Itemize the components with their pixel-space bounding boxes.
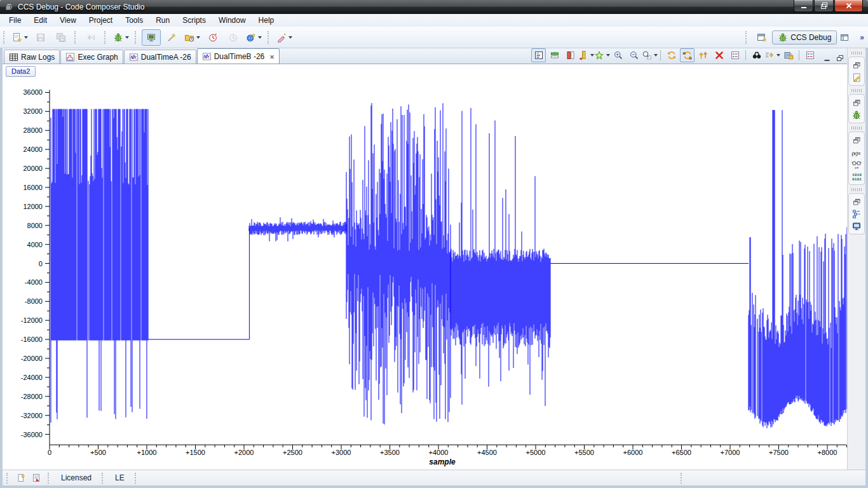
menu-window[interactable]: Window bbox=[212, 15, 252, 26]
profile-clock-setup-button[interactable] bbox=[224, 29, 243, 46]
zoom-region-button[interactable] bbox=[642, 48, 657, 62]
freeze-chart-button[interactable] bbox=[781, 48, 796, 62]
menu-project[interactable]: Project bbox=[83, 15, 119, 26]
status-new-button[interactable] bbox=[15, 472, 27, 484]
cpp-perspective-button[interactable] bbox=[837, 29, 857, 46]
plot-area[interactable]: 3600032000280002400020000160001200080004… bbox=[3, 78, 848, 470]
menu-scripts[interactable]: Scripts bbox=[176, 15, 212, 26]
zoom-in-button[interactable] bbox=[611, 48, 625, 62]
minimize-button[interactable] bbox=[794, 0, 813, 12]
toolbar-handle[interactable] bbox=[268, 31, 271, 44]
statusbar-handle[interactable] bbox=[681, 473, 684, 484]
open-browser-button[interactable] bbox=[244, 29, 264, 46]
refresh-up-icon bbox=[698, 50, 709, 60]
minimize-view-button[interactable] bbox=[822, 53, 833, 64]
load-program-button[interactable] bbox=[182, 29, 202, 46]
new-button[interactable] bbox=[10, 29, 30, 46]
dropdown-arrow-icon[interactable] bbox=[776, 54, 780, 57]
search-button[interactable] bbox=[749, 48, 764, 62]
refresh-button[interactable] bbox=[664, 48, 679, 62]
restore-views-button[interactable] bbox=[850, 59, 863, 71]
close-button[interactable] bbox=[834, 0, 863, 12]
toolbar-handle[interactable] bbox=[74, 31, 78, 44]
tab-exec-graph[interactable]: Exec Graph bbox=[60, 50, 123, 64]
fastview-handle[interactable] bbox=[851, 188, 862, 191]
statusbar-handle[interactable] bbox=[48, 473, 51, 484]
restore-view-icon bbox=[835, 53, 845, 64]
save-button[interactable] bbox=[31, 29, 50, 46]
dropdown-arrow-icon[interactable] bbox=[125, 36, 129, 39]
outline-view-button[interactable] bbox=[850, 208, 863, 220]
dropdown-arrow-icon[interactable] bbox=[24, 36, 28, 39]
toolbar-handle[interactable] bbox=[135, 31, 138, 44]
close-tab-icon[interactable] bbox=[269, 52, 275, 61]
restore-button[interactable] bbox=[814, 0, 834, 12]
expressions-view-button[interactable]: x= bbox=[850, 158, 863, 170]
connect-target-button[interactable] bbox=[142, 29, 161, 46]
statusbar-handle[interactable] bbox=[6, 473, 10, 484]
x-axis-label: +1000 bbox=[137, 449, 157, 456]
dropdown-arrow-icon[interactable] bbox=[654, 54, 658, 57]
zoom-out-button[interactable] bbox=[627, 48, 641, 62]
variables-view-button[interactable]: (x)= bbox=[850, 146, 863, 158]
hold-refresh-button[interactable]: HH bbox=[680, 48, 695, 62]
measurement-marker-button[interactable] bbox=[579, 48, 593, 62]
restore-misc-views-button[interactable] bbox=[850, 196, 863, 208]
horizontal-auto-scale-button[interactable] bbox=[547, 48, 562, 62]
fastview-handle[interactable] bbox=[851, 126, 862, 130]
restore-view-button[interactable] bbox=[834, 53, 846, 64]
restore-view-icon bbox=[851, 98, 862, 108]
menu-tools[interactable]: Tools bbox=[119, 15, 149, 26]
status-clipboard-button[interactable] bbox=[30, 472, 43, 484]
restore-debug-view-button[interactable] bbox=[850, 97, 863, 109]
menu-run[interactable]: Run bbox=[149, 15, 176, 26]
highlight-source-button[interactable] bbox=[275, 29, 294, 46]
restore-data-views-button[interactable] bbox=[850, 134, 863, 146]
console-view-button[interactable] bbox=[850, 71, 863, 83]
reset-view-button[interactable] bbox=[696, 48, 710, 62]
skip-all-breakpoints-button[interactable] bbox=[81, 29, 100, 46]
export-data-button[interactable] bbox=[765, 48, 780, 62]
clear-data-button[interactable] bbox=[712, 48, 726, 62]
dropdown-arrow-icon[interactable] bbox=[258, 36, 262, 39]
menu-file[interactable]: File bbox=[3, 15, 27, 26]
titlebar[interactable]: CCS Debug - Code Composer Studio bbox=[0, 0, 868, 14]
menu-view[interactable]: View bbox=[53, 15, 83, 26]
target-display-view-button[interactable] bbox=[850, 220, 863, 232]
toolbar-handle[interactable] bbox=[104, 31, 107, 44]
display-properties-button[interactable] bbox=[728, 48, 742, 62]
statusbar-handle[interactable] bbox=[102, 473, 105, 484]
fastview-handle[interactable] bbox=[851, 51, 862, 55]
save-all-button[interactable] bbox=[51, 29, 71, 46]
x-axis-label: +2000 bbox=[234, 449, 254, 456]
toolbar-handle[interactable] bbox=[3, 31, 6, 44]
add-channel-button[interactable] bbox=[595, 48, 609, 62]
autorun-button[interactable] bbox=[162, 29, 181, 46]
series-selector-row: Data2 bbox=[3, 64, 848, 78]
debug-launch-button[interactable] bbox=[111, 29, 131, 46]
debug-view-button[interactable] bbox=[850, 109, 863, 121]
waveform-chart[interactable]: 3600032000280002400020000160001200080004… bbox=[3, 78, 848, 470]
toolbar-handle[interactable] bbox=[745, 31, 749, 44]
vertical-auto-scale-button[interactable] bbox=[563, 48, 578, 62]
perspective-overflow-chevron[interactable]: » bbox=[860, 33, 864, 42]
profile-clock-enable-button[interactable] bbox=[203, 29, 222, 46]
statusbar-handle[interactable] bbox=[135, 473, 138, 484]
fastview-handle[interactable] bbox=[851, 89, 862, 92]
registers-view-button[interactable]: 10100101 bbox=[850, 170, 863, 182]
menu-help[interactable]: Help bbox=[252, 15, 281, 26]
series-button-data2[interactable]: Data2 bbox=[6, 66, 36, 77]
dropdown-arrow-icon[interactable] bbox=[196, 36, 200, 39]
tab-raw-logs[interactable]: Raw Logs bbox=[4, 50, 60, 64]
view-properties-button[interactable] bbox=[803, 48, 817, 62]
open-perspective-button[interactable] bbox=[752, 29, 771, 46]
x-axis-label: +6500 bbox=[672, 449, 691, 456]
dropdown-arrow-icon[interactable] bbox=[606, 54, 610, 57]
show-legend-button[interactable] bbox=[531, 48, 546, 62]
dropdown-arrow-icon[interactable] bbox=[288, 36, 292, 39]
tab-dualtimea-26[interactable]: DualTimeA -26 bbox=[124, 50, 196, 64]
x-axis-label: +3500 bbox=[380, 449, 400, 456]
ccs-debug-perspective-button[interactable]: CCS Debug bbox=[772, 30, 837, 44]
menu-edit[interactable]: Edit bbox=[27, 15, 53, 26]
tab-dualtimeb-26[interactable]: DualTimeB -26 bbox=[197, 48, 280, 64]
